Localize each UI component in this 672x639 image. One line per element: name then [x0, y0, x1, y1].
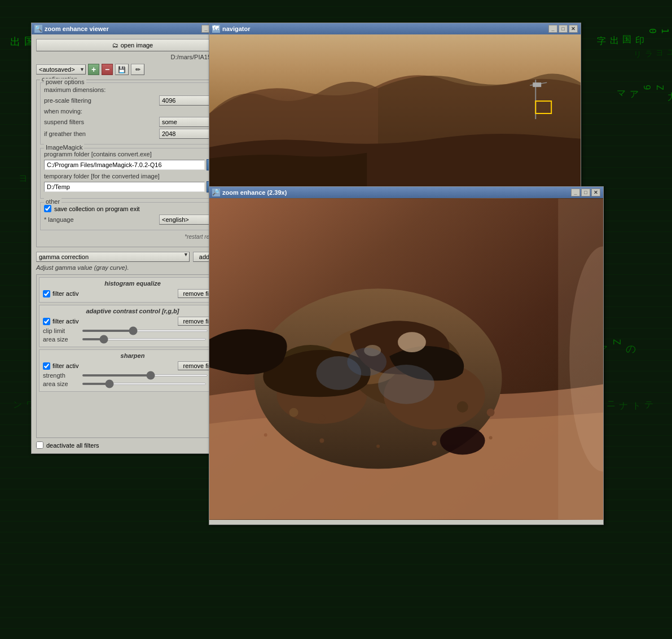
filter-acc-clip-slider[interactable] — [82, 330, 208, 332]
navigator-window: 🗺 navigator _ □ ✕ — [209, 23, 581, 193]
filter-acc-checkbox[interactable] — [43, 318, 50, 325]
filter-add-row: gamma correction histogram equalize shar… — [36, 252, 229, 262]
svg-point-25 — [489, 436, 493, 440]
zoom-close[interactable]: ✕ — [591, 189, 600, 196]
filter-histogram-name: histogram equalize — [43, 280, 222, 287]
filter-sharpen-active-label: filter activ — [52, 362, 78, 369]
filter-type-dropdown[interactable]: gamma correction histogram equalize shar… — [36, 252, 190, 262]
navigator-icon: 🗺 — [212, 25, 220, 33]
filepath-display: D:/mars/PIA15689.tif — [36, 54, 229, 60]
svg-rect-3 — [533, 82, 541, 87]
restart-note: *restart required — [40, 234, 225, 240]
language-row: * language <english> <german> <french> ▼ — [44, 215, 221, 225]
zoom-maximize[interactable]: □ — [581, 189, 590, 196]
program-folder-label: programm folder [contains convert.exe] — [44, 151, 221, 157]
if-greater-label: if greather then — [44, 130, 159, 137]
filter-acc-clip-row: clip limit 1.50 — [43, 327, 222, 334]
power-options-label: power options — [44, 78, 86, 85]
filter-acc-name: adaptive contrast control [r,g,b] — [43, 308, 222, 314]
navigator-image — [209, 34, 581, 192]
filter-histogram-active-label: filter activ — [52, 290, 78, 297]
filter-acc-area-slider[interactable] — [82, 338, 207, 340]
filter-sharpen-area-row: area size 5 x 5 — [43, 380, 222, 387]
other-label: other — [44, 198, 62, 205]
viewer-icon: 🔍 — [34, 25, 42, 33]
filter-histogram-active-row: filter activ remove filter — [43, 289, 222, 298]
navigator-titlebar[interactable]: 🗺 navigator _ □ ✕ — [209, 23, 581, 34]
open-image-button[interactable]: 🗂 open image — [36, 39, 229, 51]
profile-remove-button[interactable]: − — [102, 64, 113, 75]
svg-point-24 — [432, 441, 437, 446]
filter-acc-area-label: area size — [43, 336, 80, 343]
svg-point-15 — [318, 415, 325, 422]
filter-item-sharpen: sharpen filter activ remove filter stren… — [39, 349, 226, 392]
filter-sharpen-name: sharpen — [43, 352, 222, 359]
filter-sharpen-checkbox[interactable] — [43, 362, 50, 370]
zoom-window: 🔎 zoom enhance (2.39x) _ □ ✕ — [209, 186, 604, 525]
profile-add-button[interactable]: + — [88, 64, 99, 75]
filter-sharpen-strength-row: strength 0.44 — [43, 372, 222, 379]
configuration-group: configuration power options maximum dime… — [36, 80, 229, 247]
other-group: other save collection on program exit * … — [40, 202, 225, 230]
mars-closeup-svg — [209, 198, 603, 520]
suspend-filters-row: suspend filters some all none ▼ — [44, 117, 221, 127]
svg-point-18 — [440, 427, 485, 455]
viewer-titlebar[interactable]: 🔍 zoom enhance viewer _ □ ✕ — [32, 23, 234, 34]
zoom-titlebar[interactable]: 🔎 zoom enhance (2.39x) _ □ ✕ — [209, 187, 603, 198]
filter-acc-active-label: filter activ — [52, 318, 78, 325]
filter-acc-clip-label: clip limit — [43, 327, 80, 334]
imagemagick-label: ImageMagick — [44, 144, 84, 151]
save-collection-checkbox[interactable] — [44, 205, 51, 212]
svg-point-14 — [289, 408, 298, 417]
svg-point-22 — [319, 439, 324, 443]
navigator-controls: _ □ ✕ — [548, 25, 578, 33]
deactivate-label: deactivate all filters — [46, 442, 99, 449]
filter-description: Adjust gamma value (gray curve). — [36, 264, 229, 271]
filter-sharpen-active-row: filter activ remove filter — [43, 361, 222, 370]
filter-list: histogram equalize filter activ remove f… — [36, 274, 229, 438]
profile-save-button[interactable]: 💾 — [115, 64, 129, 75]
navigator-maximize[interactable]: □ — [559, 25, 568, 33]
zoom-controls: _ □ ✕ — [571, 189, 600, 196]
deactivate-checkbox[interactable] — [36, 441, 43, 449]
temp-folder-input[interactable] — [44, 182, 205, 192]
filter-histogram-checkbox[interactable] — [43, 290, 50, 297]
imagemagick-group: ImageMagick programm folder [contains co… — [40, 148, 225, 199]
profile-dropdown[interactable]: <autosaved> — [36, 64, 86, 75]
filter-select-container: gamma correction histogram equalize shar… — [36, 252, 190, 262]
filter-item-acc: adaptive contrast control [r,g,b] filter… — [39, 305, 226, 347]
zoom-minimize[interactable]: _ — [571, 189, 580, 196]
svg-point-23 — [376, 445, 380, 448]
viewer-content: 🗂 open image D:/mars/PIA15689.tif <autos… — [32, 34, 234, 453]
profile-edit-button[interactable]: ✏ — [131, 64, 144, 75]
navigator-minimize[interactable]: _ — [548, 25, 557, 33]
program-folder-input[interactable] — [44, 160, 205, 170]
save-collection-label: save collection on program exit — [54, 205, 140, 212]
deactivate-row: deactivate all filters — [36, 441, 229, 449]
temp-folder-label: temporary folder [for the converted imag… — [44, 173, 221, 180]
pre-scale-label: pre-scale filtering — [44, 97, 159, 104]
when-moving-heading: when moving: — [44, 108, 221, 115]
filter-sharpen-strength-label: strength — [43, 372, 80, 379]
viewer-title: zoom enhance viewer — [45, 25, 109, 32]
profile-dropdown-container: <autosaved> ▼ — [36, 64, 86, 75]
max-dimensions-heading: maximum dimensions: — [44, 86, 221, 93]
navigator-title: navigator — [222, 25, 251, 32]
toolbar-row: <autosaved> ▼ + − 💾 ✏ — [36, 64, 229, 75]
filter-acc-active-row: filter activ remove filter — [43, 317, 222, 326]
pre-scale-row: pre-scale filtering 4096 2048 1024 ▼ — [44, 95, 221, 106]
navigator-close[interactable]: ✕ — [569, 25, 578, 33]
titlebar-left: 🔍 zoom enhance viewer — [34, 25, 109, 33]
filter-sharpen-strength-slider[interactable] — [82, 374, 208, 377]
save-collection-row: save collection on program exit — [44, 205, 221, 212]
filter-sharpen-area-label: area size — [43, 380, 80, 387]
filter-sharpen-area-slider[interactable] — [82, 383, 207, 385]
program-folder-row: ≡ — [44, 159, 221, 170]
viewer-window: 🔍 zoom enhance viewer _ □ ✕ 🗂 open image… — [31, 23, 234, 454]
svg-point-28 — [347, 348, 386, 376]
svg-point-27 — [378, 365, 434, 404]
suspend-filters-label: suspend filters — [44, 119, 159, 125]
mars-panorama-svg — [209, 34, 581, 192]
filter-sharpen-active-container: filter activ — [43, 362, 178, 370]
svg-point-17 — [487, 409, 495, 417]
